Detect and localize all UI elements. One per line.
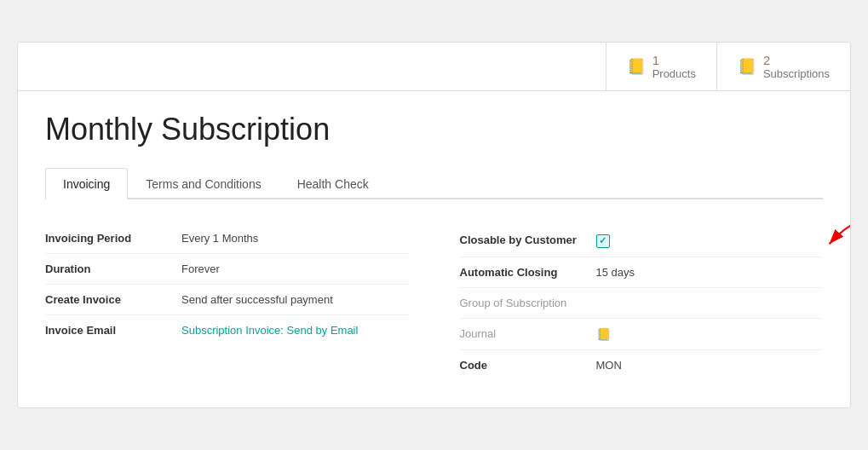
tabs: Invoicing Terms and Conditions Health Ch… bbox=[45, 168, 823, 199]
auto-closing-label: Automatic Closing bbox=[460, 266, 596, 279]
form-body: Invoicing Period Every 1 Months Duration… bbox=[45, 223, 823, 380]
duration-label: Duration bbox=[45, 262, 181, 275]
code-row: Code MON bbox=[460, 350, 824, 380]
auto-closing-value: 15 days bbox=[596, 266, 824, 279]
red-arrow-annotation bbox=[814, 215, 851, 257]
subscriptions-button[interactable]: 📒 2 Subscriptions bbox=[716, 43, 850, 90]
code-label: Code bbox=[460, 359, 596, 372]
journal-icon: 📒 bbox=[596, 327, 824, 341]
group-subscription-label: Group of Subscription bbox=[460, 297, 596, 309]
tab-terms[interactable]: Terms and Conditions bbox=[128, 168, 279, 199]
group-subscription-row: Group of Subscription bbox=[460, 288, 824, 319]
main-container: 📒 1 Products 📒 2 Subscriptions Monthly S… bbox=[17, 42, 851, 408]
closable-checkbox[interactable] bbox=[596, 234, 610, 248]
invoice-email-label: Invoice Email bbox=[45, 324, 181, 337]
create-invoice-label: Create Invoice bbox=[45, 293, 181, 306]
products-label: Products bbox=[652, 67, 696, 80]
subscriptions-label: Subscriptions bbox=[763, 67, 830, 80]
invoicing-period-row: Invoicing Period Every 1 Months bbox=[45, 223, 409, 254]
code-value: MON bbox=[596, 359, 824, 372]
form-left: Invoicing Period Every 1 Months Duration… bbox=[45, 223, 409, 380]
closable-label: Closable by Customer bbox=[460, 234, 596, 246]
closable-check-container bbox=[596, 232, 824, 248]
top-bar: 📒 1 Products 📒 2 Subscriptions bbox=[18, 43, 850, 91]
create-invoice-value: Send after successful payment bbox=[181, 293, 409, 306]
products-icon: 📒 bbox=[627, 57, 646, 76]
tab-invoicing[interactable]: Invoicing bbox=[45, 168, 128, 199]
subscriptions-count: 2 bbox=[763, 53, 830, 67]
page-title: Monthly Subscription bbox=[45, 112, 823, 147]
invoice-email-value[interactable]: Subscription Invoice: Send by Email bbox=[181, 324, 409, 337]
journal-row: Journal 📒 bbox=[460, 319, 824, 350]
tab-health-check[interactable]: Health Check bbox=[279, 168, 387, 199]
invoicing-period-label: Invoicing Period bbox=[45, 232, 181, 245]
form-right: Closable by Customer bbox=[460, 223, 824, 380]
invoice-email-row: Invoice Email Subscription Invoice: Send… bbox=[45, 315, 409, 345]
products-button[interactable]: 📒 1 Products bbox=[606, 43, 716, 90]
products-count: 1 bbox=[652, 53, 696, 67]
closable-row: Closable by Customer bbox=[460, 223, 824, 257]
invoicing-period-value: Every 1 Months bbox=[181, 232, 409, 245]
duration-row: Duration Forever bbox=[45, 254, 409, 285]
subscriptions-icon: 📒 bbox=[738, 57, 756, 76]
auto-closing-row: Automatic Closing 15 days bbox=[460, 257, 824, 288]
content-area: Monthly Subscription Invoicing Terms and… bbox=[18, 91, 850, 407]
journal-label: Journal bbox=[460, 327, 596, 340]
create-invoice-row: Create Invoice Send after successful pay… bbox=[45, 285, 409, 315]
duration-value: Forever bbox=[181, 262, 409, 275]
